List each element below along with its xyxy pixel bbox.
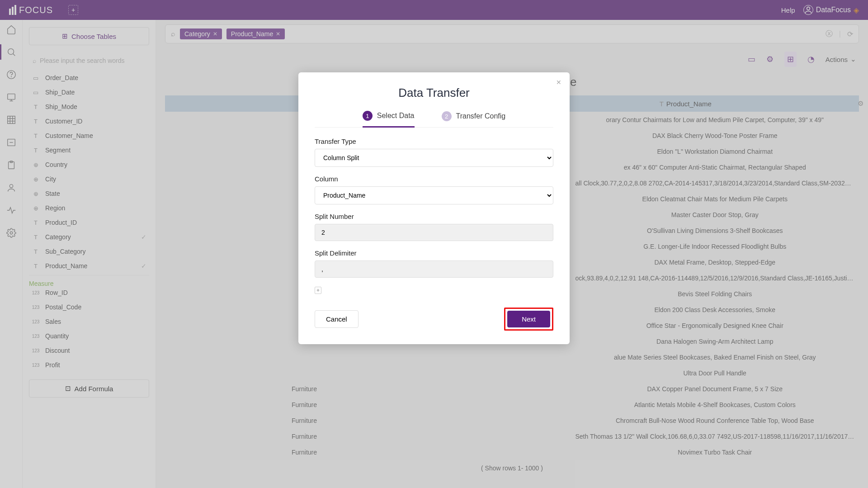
column-label: Column bbox=[315, 175, 553, 183]
next-button-highlight: Next bbox=[504, 308, 553, 331]
step-transfer-config[interactable]: 2 Transfer Config bbox=[442, 111, 506, 122]
close-icon[interactable]: ✕ bbox=[556, 79, 561, 86]
modal-title: Data Transfer bbox=[315, 86, 553, 100]
split-delimiter-input[interactable] bbox=[315, 261, 553, 278]
hint-icon[interactable]: + bbox=[315, 287, 321, 294]
cancel-button[interactable]: Cancel bbox=[315, 310, 359, 328]
transfer-type-select[interactable]: Column Split bbox=[315, 149, 553, 167]
data-transfer-modal: ✕ Data Transfer 1 Select Data 2 Transfer… bbox=[298, 72, 570, 344]
split-number-input[interactable] bbox=[315, 224, 553, 241]
step-select-data[interactable]: 1 Select Data bbox=[363, 111, 415, 128]
modal-steps: 1 Select Data 2 Transfer Config bbox=[315, 111, 553, 128]
transfer-type-label: Transfer Type bbox=[315, 137, 553, 145]
split-delimiter-label: Split Delimiter bbox=[315, 249, 553, 257]
split-number-label: Split Number bbox=[315, 213, 553, 220]
next-button[interactable]: Next bbox=[507, 311, 550, 327]
column-select[interactable]: Product_Name bbox=[315, 186, 553, 204]
